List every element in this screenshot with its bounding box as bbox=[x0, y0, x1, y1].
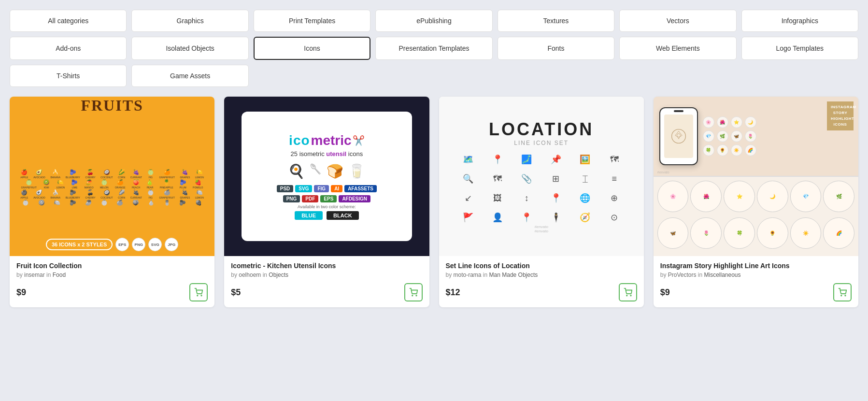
product-footer-icometric: $5 bbox=[231, 283, 422, 301]
cat-web-elements[interactable]: Web Elements bbox=[619, 37, 736, 60]
product-title-icometric: Icometric - Kitchen Utensil Icons bbox=[231, 262, 422, 270]
svg-point-2 bbox=[412, 295, 413, 296]
svg-point-4 bbox=[626, 295, 627, 296]
add-to-cart-fruit[interactable] bbox=[189, 283, 208, 301]
cat-addons[interactable]: Add-ons bbox=[10, 37, 127, 60]
add-to-cart-location[interactable] bbox=[619, 283, 637, 301]
ico-available: Available in two color scheme: bbox=[298, 204, 356, 209]
category-row-2: Add-ons Isolated Objects Icons Presentat… bbox=[10, 37, 858, 60]
loc-icons-grid: 🗺️ 📍 🗾 📌 🖼️ 🗺 🔍 🗺 📎 ⊞ ⌶ ≡ ↙ 🖼 bbox=[456, 152, 626, 225]
insta-side-circles: 🌸 🌺 ⭐ 🌙 💎 🌿 🦋 🌷 🍀 🌻 ☀️ 🌈 bbox=[703, 116, 756, 156]
product-author-instagram: by ProVectors in Miscellaneous bbox=[660, 272, 852, 278]
cat-infographics[interactable]: Infographics bbox=[741, 10, 858, 32]
product-card-icometric: ico metric ✂️ 25 isometric utensil icons… bbox=[224, 97, 429, 307]
cat-tshirts[interactable]: T-Shirts bbox=[10, 65, 127, 87]
product-footer-fruit: $9 bbox=[16, 283, 208, 301]
loc-title: LOCATION bbox=[489, 119, 594, 140]
category-row-3: T-Shirts Game Assets bbox=[10, 65, 858, 87]
cat-game-assets[interactable]: Game Assets bbox=[131, 65, 248, 87]
ico-inner: ico metric ✂️ 25 isometric utensil icons… bbox=[242, 112, 412, 241]
fruit-badge-main: 36 ICONS x 2 STYLES bbox=[46, 239, 113, 250]
svg-point-3 bbox=[416, 295, 417, 296]
cat-textures[interactable]: Textures bbox=[498, 10, 614, 32]
cat-icons[interactable]: Icons bbox=[254, 37, 370, 60]
product-info-location: Set Line Icons of Location by moto-rama … bbox=[439, 256, 644, 307]
product-image-instagram: 🌸 🌺 ⭐ 🌙 💎 🌿 🦋 🌷 🍀 🌻 ☀️ 🌈 bbox=[654, 97, 858, 256]
cat-all-categories[interactable]: All categories bbox=[10, 10, 127, 32]
product-title-fruit: Fruit Icon Collection bbox=[16, 262, 208, 270]
category-row-1: All categories Graphics Print Templates … bbox=[10, 10, 858, 32]
product-footer-instagram: $9 bbox=[660, 283, 852, 301]
format-png: PNG bbox=[132, 238, 145, 251]
product-price-instagram: $9 bbox=[660, 287, 670, 298]
product-author-fruit: by insemar in Food bbox=[16, 272, 208, 278]
cat-isolated-objects[interactable]: Isolated Objects bbox=[131, 37, 248, 60]
fruit-icons-area: 🍎APPLE 🥑AVOCADO 🍌BANANA 🫐BLUEBERRY 🍒CHER… bbox=[18, 118, 206, 256]
envato-watermark-insta-1: #envato bbox=[657, 171, 669, 174]
insta-phone bbox=[659, 107, 698, 165]
product-card-location: LOCATION LINE ICON SET 🗺️ 📍 🗾 📌 🖼️ 🗺 🔍 🗺… bbox=[439, 97, 644, 307]
cat-print-templates[interactable]: Print Templates bbox=[254, 10, 370, 32]
cat-epublishing[interactable]: ePublishing bbox=[375, 10, 492, 32]
product-info-icometric: Icometric - Kitchen Utensil Icons by oel… bbox=[224, 256, 429, 307]
product-title-instagram: Instagram Story Highlight Line Art Icons bbox=[660, 262, 852, 270]
product-price-location: $12 bbox=[446, 287, 460, 298]
product-title-location: Set Line Icons of Location bbox=[446, 262, 637, 270]
loc-sub: LINE ICON SET bbox=[514, 140, 569, 146]
ico-formats-row2: PNG PDF EPS AFDESIGN bbox=[283, 195, 370, 202]
product-info-fruit: Fruit Icon Collection by insemar in Food… bbox=[10, 256, 214, 307]
add-to-cart-instagram[interactable] bbox=[833, 283, 852, 301]
cat-graphics[interactable]: Graphics bbox=[131, 10, 248, 32]
ico-tagline: 25 isometric utensil icons bbox=[291, 150, 363, 158]
products-grid: FRUITS 🍎APPLE 🥑AVOCADO 🍌BANANA 🫐BLUEBERR… bbox=[10, 97, 858, 307]
svg-point-0 bbox=[197, 295, 198, 296]
product-price-icometric: $5 bbox=[231, 287, 241, 298]
insta-bottom: 🌸 🌺 ⭐ 🌙 💎 🌿 🦋 🌷 🍀 🌻 ☀️ 🌈 bbox=[654, 177, 858, 256]
insta-top: 🌸 🌺 ⭐ 🌙 💎 🌿 🦋 🌷 🍀 🌻 ☀️ 🌈 bbox=[654, 97, 858, 176]
insta-badge: INSTAGRAMSTORY HIGHLIGHTICONS bbox=[827, 101, 854, 130]
product-author-location: by moto-rama in Man Made Objects bbox=[446, 272, 637, 278]
cat-logo-templates[interactable]: Logo Templates bbox=[741, 37, 858, 60]
cat-fonts[interactable]: Fonts bbox=[498, 37, 614, 60]
fruit-title: FRUITS bbox=[81, 97, 143, 115]
cat-vectors[interactable]: Vectors bbox=[619, 10, 736, 32]
cat-presentation-templates[interactable]: Presentation Templates bbox=[375, 37, 492, 60]
svg-point-7 bbox=[677, 134, 680, 137]
product-card-fruit: FRUITS 🍎APPLE 🥑AVOCADO 🍌BANANA 🫐BLUEBERR… bbox=[10, 97, 214, 307]
ico-formats-row1: PSD SVG FIG AI AFASSETS bbox=[277, 185, 377, 192]
ico-color-options: BLUE BLACK bbox=[295, 211, 358, 220]
product-author-icometric: by oelhoem in Objects bbox=[231, 272, 422, 278]
product-image-location: LOCATION LINE ICON SET 🗺️ 📍 🗾 📌 🖼️ 🗺 🔍 🗺… bbox=[439, 97, 644, 256]
product-image-fruit: FRUITS 🍎APPLE 🥑AVOCADO 🍌BANANA 🫐BLUEBERR… bbox=[10, 97, 214, 256]
product-info-instagram: Instagram Story Highlight Line Art Icons… bbox=[654, 256, 858, 307]
fruit-badge-row: 36 ICONS x 2 STYLES EPS PNG SVG JPG bbox=[10, 238, 214, 251]
product-price-fruit: $9 bbox=[16, 287, 26, 298]
svg-point-9 bbox=[845, 295, 846, 296]
envato-watermark-1: #envato bbox=[534, 225, 548, 229]
product-footer-location: $12 bbox=[446, 283, 637, 301]
product-image-icometric: ico metric ✂️ 25 isometric utensil icons… bbox=[224, 97, 429, 256]
add-to-cart-icometric[interactable] bbox=[404, 283, 423, 301]
format-svg: SVG bbox=[148, 238, 162, 251]
svg-point-5 bbox=[630, 295, 631, 296]
product-card-instagram: 🌸 🌺 ⭐ 🌙 💎 🌿 🦋 🌷 🍀 🌻 ☀️ 🌈 bbox=[654, 97, 858, 307]
ico-brand: ico bbox=[289, 133, 310, 148]
format-jpg: JPG bbox=[165, 238, 178, 251]
format-eps: EPS bbox=[115, 238, 129, 251]
svg-point-1 bbox=[201, 295, 202, 296]
envato-watermark-2: #envato bbox=[534, 229, 548, 233]
svg-point-8 bbox=[841, 295, 842, 296]
ico-icons-row: 🍳🥄🍞🥛 bbox=[288, 163, 365, 179]
